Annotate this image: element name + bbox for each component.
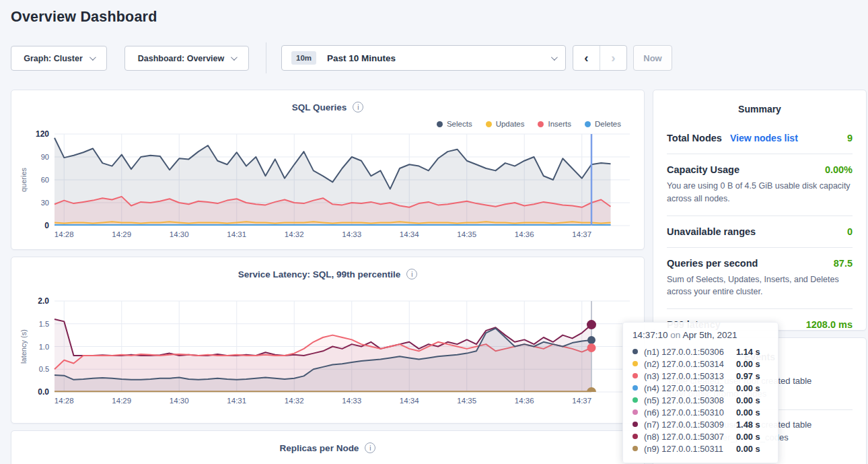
toolbar-divider [266, 42, 266, 73]
total-nodes-label: Total Nodes [667, 133, 722, 143]
svg-text:14:32: 14:32 [285, 230, 304, 238]
node-latency-value: 0.00 s [736, 407, 768, 418]
svg-text:0: 0 [44, 221, 49, 230]
svg-text:14:30: 14:30 [170, 397, 189, 405]
time-range-badge: 10m [291, 51, 316, 65]
info-icon[interactable]: i [365, 442, 375, 453]
time-range-label: Past 10 Minutes [327, 53, 396, 63]
legend-dot-icon [538, 121, 544, 127]
dashboard-dropdown[interactable]: Dashboard: Overview [124, 46, 249, 71]
divider [667, 154, 853, 154]
node-color-dot-icon [632, 385, 638, 391]
svg-text:1.0: 1.0 [39, 343, 49, 351]
info-icon[interactable]: i [353, 102, 363, 112]
node-color-dot-icon [632, 422, 638, 427]
now-button[interactable]: Now [633, 45, 672, 71]
svg-text:14:36: 14:36 [515, 230, 534, 238]
node-color-dot-icon [632, 397, 638, 403]
svg-text:latency (s): latency (s) [20, 329, 28, 364]
tooltip-node-row: (n1) 127.0.0.1:50306 1.14 s [632, 345, 768, 358]
divider [667, 308, 853, 309]
svg-text:14:31: 14:31 [227, 397, 246, 405]
svg-text:30: 30 [41, 199, 49, 207]
node-latency-value: 1.48 s [736, 420, 768, 430]
svg-text:14:28: 14:28 [55, 397, 74, 405]
legend-dot-icon [486, 121, 492, 127]
next-time-button[interactable]: › [600, 46, 626, 70]
time-range-picker[interactable]: 10m Past 10 Minutes [281, 45, 566, 71]
graph-dropdown[interactable]: Graph: Cluster [11, 46, 107, 71]
prev-time-button[interactable]: ‹ [573, 46, 600, 70]
qps-row: Queries per second 87.5 [667, 258, 853, 269]
svg-text:14:37: 14:37 [572, 230, 591, 238]
node-latency-value: 0.00 s [736, 444, 768, 454]
svg-text:14:30: 14:30 [170, 230, 189, 238]
chart-title: Service Latency: SQL, 99th percentile [238, 269, 401, 279]
view-nodes-list-link[interactable]: View nodes list [730, 133, 798, 143]
svg-text:2.0: 2.0 [38, 296, 49, 306]
svg-text:14:34: 14:34 [400, 230, 419, 238]
time-step-buttons: ‹ › [573, 45, 627, 71]
qps-desc: Sum of Selects, Updates, Inserts, and De… [667, 273, 853, 299]
summary-heading: Summary [667, 104, 853, 114]
sql-queries-card: 14:2814:2914:3014:3114:3214:3314:3414:35… [11, 90, 645, 250]
tooltip-node-row: (n9) 127.0.0.1:50311 0.00 s [632, 442, 768, 455]
chevron-down-icon [231, 54, 238, 61]
tooltip-node-row: (n8) 127.0.0.1:50307 0.00 s [632, 430, 768, 442]
node-address: (n2) 127.0.0.1:50314 [644, 359, 724, 369]
page-title: Overview Dashboard [11, 9, 157, 26]
svg-text:14:35: 14:35 [457, 230, 476, 238]
legend-item[interactable]: Updates [486, 120, 525, 128]
total-nodes-row: Total Nodes View nodes list 9 [667, 133, 853, 143]
svg-text:0.0: 0.0 [38, 387, 49, 397]
node-latency-value: 0.00 s [736, 432, 768, 442]
sql-queries-chart[interactable]: 14:2814:2914:3014:3114:3214:3314:3414:35… [11, 90, 645, 251]
node-address: (n3) 127.0.0.1:50313 [644, 371, 724, 381]
svg-text:14:29: 14:29 [112, 397, 131, 405]
unavailable-ranges-row: Unavailable ranges 0 [667, 226, 853, 237]
info-icon[interactable]: i [406, 269, 417, 279]
unavailable-ranges-value: 0 [847, 226, 853, 237]
node-color-dot-icon [632, 409, 638, 415]
node-address: (n6) 127.0.0.1:50310 [644, 407, 724, 418]
tooltip-node-row: (n5) 127.0.0.1:50308 0.00 s [632, 394, 768, 406]
svg-text:14:37: 14:37 [572, 397, 591, 405]
node-color-dot-icon [632, 434, 638, 439]
node-address: (n1) 127.0.0.1:50306 [644, 347, 724, 357]
divider [667, 216, 853, 216]
svg-text:queries: queries [20, 167, 28, 192]
svg-text:14:29: 14:29 [112, 230, 131, 238]
node-color-dot-icon [632, 446, 638, 451]
svg-text:90: 90 [41, 153, 49, 161]
node-address: (n8) 127.0.0.1:50307 [644, 432, 724, 442]
replicas-per-node-card: Replicas per Node i [11, 430, 645, 464]
legend-item[interactable]: Deletes [585, 120, 621, 128]
node-address: (n5) 127.0.0.1:50308 [644, 395, 724, 405]
chart-title: Replicas per Node [280, 443, 359, 453]
chevron-down-icon [551, 54, 558, 61]
legend-item[interactable]: Selects [437, 120, 472, 128]
sql-queries-legend: Selects Updates Inserts Deletes [437, 120, 621, 128]
unavailable-ranges-label: Unavailable ranges [667, 226, 756, 237]
node-latency-value: 0.00 s [736, 383, 768, 393]
capacity-row: Capacity Usage 0.00% [667, 164, 853, 175]
svg-text:14:36: 14:36 [515, 397, 534, 405]
svg-text:14:33: 14:33 [342, 397, 361, 405]
service-latency-chart[interactable]: 14:2814:2914:3014:3114:3214:3314:3414:35… [11, 257, 645, 424]
svg-text:14:32: 14:32 [285, 397, 304, 405]
svg-text:14:34: 14:34 [400, 397, 419, 405]
tooltip-node-row: (n6) 127.0.0.1:50310 0.00 s [632, 406, 768, 418]
legend-item[interactable]: Inserts [538, 120, 571, 128]
svg-text:14:28: 14:28 [55, 230, 74, 238]
tooltip-node-row: (n2) 127.0.0.1:50314 0.00 s [632, 358, 768, 370]
graph-dropdown-label: Graph: Cluster [24, 54, 83, 63]
chevron-down-icon [89, 54, 96, 61]
tooltip-node-row: (n7) 127.0.0.1:50309 1.48 s [632, 418, 768, 430]
service-latency-card: 14:2814:2914:3014:3114:3214:3314:3414:35… [11, 257, 645, 424]
qps-value: 87.5 [834, 258, 853, 269]
node-color-dot-icon [632, 373, 638, 378]
svg-text:120: 120 [36, 129, 49, 139]
node-latency-value: 0.00 s [736, 359, 768, 369]
divider [667, 247, 853, 248]
p99-latency-value: 1208.0 ms [806, 319, 853, 330]
